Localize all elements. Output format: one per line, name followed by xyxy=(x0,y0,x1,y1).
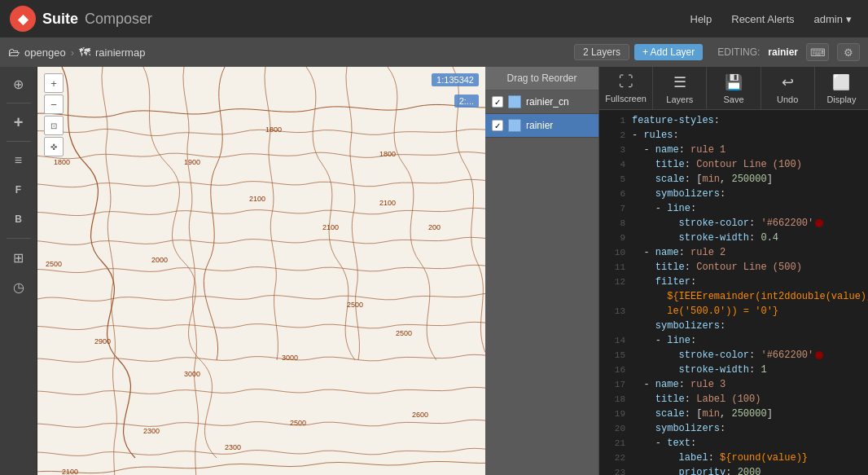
svg-text:2300: 2300 xyxy=(143,427,160,435)
layers-tool[interactable]: ☰ Layers xyxy=(653,67,707,109)
breadcrumb-separator: › xyxy=(71,46,74,59)
layer-checkbox-rainier-cn[interactable]: ✓ xyxy=(492,96,503,108)
filter-button[interactable]: F xyxy=(3,176,34,204)
save-label: Save xyxy=(723,95,743,104)
svg-text:2500: 2500 xyxy=(396,329,412,337)
code-line: 18 title: Label (100) xyxy=(599,392,868,407)
code-line: 15 stroke-color: '#662200' xyxy=(599,348,868,363)
svg-text:2000: 2000 xyxy=(151,256,168,264)
zoom-extent-button[interactable]: ⊡ xyxy=(44,116,64,135)
editor-toolbar: ⛶ Fullscreen ☰ Layers 💾 Save ↩ Undo ⬜ Di… xyxy=(599,67,868,110)
basemap-button[interactable]: B xyxy=(3,205,34,233)
sidebar-divider xyxy=(7,103,31,103)
settings-icon[interactable]: ⚙ xyxy=(837,43,860,61)
time-button[interactable]: ◷ xyxy=(3,273,34,301)
code-line: 4 title: Contour Line (100) xyxy=(599,157,868,172)
code-line: 23 priority: 2000 xyxy=(599,465,868,475)
code-line: 1 feature-styles: xyxy=(599,113,868,128)
scale-indicator: 1:135342 xyxy=(432,73,479,86)
code-line: symbolizers: xyxy=(599,319,868,333)
fullscreen-icon: ⛶ xyxy=(619,73,633,90)
svg-text:3000: 3000 xyxy=(282,354,298,362)
editing-label: EDITING: xyxy=(717,46,760,58)
code-line: 6 symbolizers: xyxy=(599,187,868,201)
app-subtitle: Composer xyxy=(85,11,152,28)
svg-text:2500: 2500 xyxy=(290,419,306,427)
fullscreen-tool[interactable]: ⛶ Fullscreen xyxy=(599,67,653,109)
breadcrumb-bar: 🗁 opengeo › 🗺 rainiermap 2 Layers + Add … xyxy=(0,37,868,67)
layer-name-rainier-cn: rainier_cn xyxy=(526,96,569,108)
add-layer-button[interactable]: + Add Layer xyxy=(634,44,703,60)
help-link[interactable]: Help xyxy=(684,10,719,29)
svg-text:2100: 2100 xyxy=(379,199,396,207)
keyboard-icon[interactable]: ⌨ xyxy=(806,43,829,61)
code-line: 3 - name: rule 1 xyxy=(599,143,868,157)
zoom-out-button[interactable]: − xyxy=(44,95,64,114)
map-area[interactable]: 2500 2000 2100 2100 2100 200 2900 3000 3… xyxy=(37,67,485,475)
code-line: 21 - text: xyxy=(599,436,868,451)
undo-label: Undo xyxy=(777,95,798,104)
svg-text:2100: 2100 xyxy=(62,468,78,475)
undo-icon: ↩ xyxy=(782,73,794,91)
sidebar-divider-3 xyxy=(7,238,31,239)
workspace-name[interactable]: opengeo xyxy=(24,46,66,59)
display-tool[interactable]: ⬜ Display xyxy=(815,67,868,109)
admin-dropdown-icon: ▾ xyxy=(846,13,852,25)
add-button[interactable]: + xyxy=(3,108,34,136)
layers-count-badge: 2 Layers xyxy=(574,44,629,60)
code-line: 8 stroke-color: '#662200' xyxy=(599,216,868,231)
code-line: 19 scale: [min, 250000] xyxy=(599,407,868,421)
layer-item-rainier[interactable]: ✓ rainier xyxy=(485,114,598,138)
svg-text:2100: 2100 xyxy=(322,223,339,231)
layer-icon-rainier-cn xyxy=(508,95,521,108)
code-line: 17 - name: rule 3 xyxy=(599,377,868,392)
svg-text:2900: 2900 xyxy=(94,337,111,345)
layer-checkbox-rainier[interactable]: ✓ xyxy=(492,120,503,131)
code-line: 12 filter: xyxy=(599,275,868,289)
undo-tool[interactable]: ↩ Undo xyxy=(761,67,815,109)
display-label: Display xyxy=(826,95,856,104)
code-line: 10 - name: rule 2 xyxy=(599,245,868,260)
layer-item-rainier-cn[interactable]: ✓ rainier_cn xyxy=(485,90,598,114)
grid-button[interactable]: ⊞ xyxy=(3,244,34,271)
left-sidebar: ⊕ + ≡ F B ⊞ ◷ xyxy=(0,67,37,475)
code-line: 16 stroke-width: 1 xyxy=(599,363,868,377)
display-icon: ⬜ xyxy=(832,73,850,91)
map-toolbar: + − ⊡ ✜ xyxy=(44,73,64,156)
svg-text:2500: 2500 xyxy=(46,260,62,268)
home-button[interactable]: ⊕ xyxy=(3,70,34,98)
svg-text:2100: 2100 xyxy=(249,195,265,203)
map-name[interactable]: rainiermap xyxy=(95,46,145,59)
sidebar-divider-2 xyxy=(7,141,31,142)
zoom-in-button[interactable]: + xyxy=(44,73,64,93)
svg-text:2300: 2300 xyxy=(225,443,241,451)
layer-name-rainier: rainier xyxy=(526,120,553,131)
app-logo: ◆ xyxy=(10,6,36,32)
layer-icon-rainier xyxy=(508,119,521,132)
code-line: 7 - line: xyxy=(599,201,868,216)
svg-text:3000: 3000 xyxy=(184,370,200,378)
svg-text:2500: 2500 xyxy=(347,301,363,309)
map-icon: 🗺 xyxy=(79,46,90,59)
layers-icon: ☰ xyxy=(673,73,686,91)
top-navigation: ◆ Suite Composer Help Recent Alerts admi… xyxy=(0,0,868,37)
layer-panel: Drag to Reorder ✓ rainier_cn ✓ rainier xyxy=(485,67,599,475)
code-line: 11 title: Contour Line (500) xyxy=(599,260,868,275)
layers-label: Layers xyxy=(666,95,693,104)
admin-menu[interactable]: admin ▾ xyxy=(808,10,858,29)
save-tool[interactable]: 💾 Save xyxy=(707,67,761,109)
svg-text:1800: 1800 xyxy=(265,125,282,134)
save-icon: 💾 xyxy=(725,73,743,91)
folder-icon: 🗁 xyxy=(8,46,20,59)
layers-button[interactable]: ≡ xyxy=(3,147,34,174)
pan-button[interactable]: ✜ xyxy=(44,137,64,156)
svg-text:1800: 1800 xyxy=(54,158,70,166)
code-line: 2 - rules: xyxy=(599,128,868,143)
recent-alerts-link[interactable]: Recent Alerts xyxy=(725,10,800,29)
code-editor[interactable]: 1 feature-styles: 2 - rules: 3 - name: r… xyxy=(599,110,868,475)
app-title: Suite xyxy=(42,11,78,28)
code-line: 14 - line: xyxy=(599,333,868,348)
svg-text:2600: 2600 xyxy=(412,411,428,419)
map-canvas: 2500 2000 2100 2100 2100 200 2900 3000 3… xyxy=(37,67,485,475)
editor-panel: ⛶ Fullscreen ☰ Layers 💾 Save ↩ Undo ⬜ Di… xyxy=(599,67,868,475)
